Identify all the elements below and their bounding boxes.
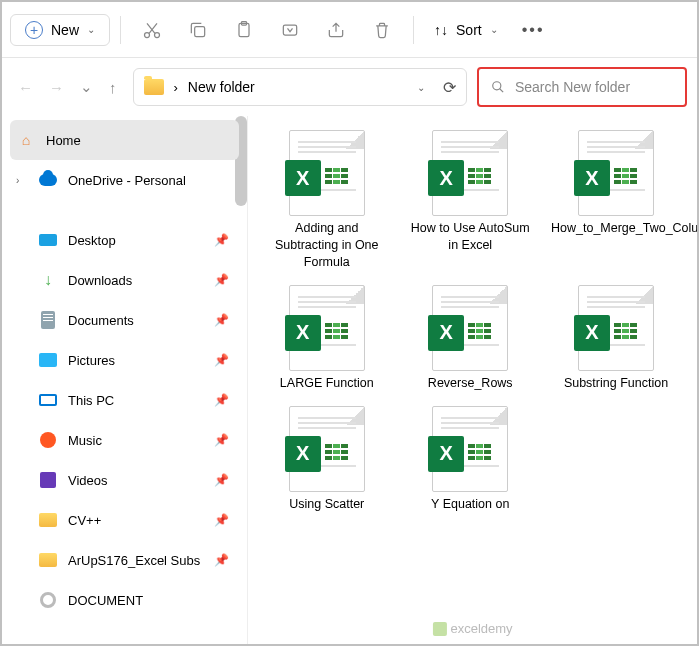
sort-label: Sort — [456, 22, 482, 38]
svg-point-0 — [145, 32, 150, 37]
file-name: Reverse_Rows — [428, 375, 513, 392]
nav-arrows: ← → ⌄ ↑ — [12, 78, 123, 96]
sidebar-item-pictures[interactable]: Pictures 📌 — [2, 340, 247, 380]
refresh-button[interactable]: ⟳ — [443, 78, 456, 97]
sidebar-item-folder[interactable]: ArUpS176_Excel Subs 📌 — [2, 540, 247, 580]
cut-button[interactable] — [131, 11, 173, 49]
recent-dropdown[interactable]: ⌄ — [80, 78, 93, 96]
delete-button[interactable] — [361, 11, 403, 49]
excel-file-icon: X — [289, 406, 365, 492]
file-item[interactable]: X Adding and Subtracting in One Formula — [260, 126, 394, 275]
file-name: How_to_Merge_Two_Columns — [551, 220, 681, 237]
file-item[interactable]: X Substring Function — [547, 281, 685, 396]
rename-button[interactable] — [269, 11, 311, 49]
pin-icon: 📌 — [214, 273, 229, 287]
address-bar[interactable]: › New folder ⌄ ⟳ — [133, 68, 468, 106]
folder-icon — [39, 553, 57, 567]
folder-icon — [144, 79, 164, 95]
excel-file-icon: X — [578, 130, 654, 216]
search-bar[interactable] — [477, 67, 687, 107]
excel-file-icon: X — [289, 130, 365, 216]
file-item[interactable]: X Using Scatter — [260, 402, 394, 517]
paste-button[interactable] — [223, 11, 265, 49]
pin-icon: 📌 — [214, 473, 229, 487]
chevron-down-icon[interactable]: ⌄ — [417, 82, 425, 93]
new-button[interactable]: + New ⌄ — [10, 14, 110, 46]
expand-icon[interactable]: › — [16, 175, 28, 186]
forward-button[interactable]: → — [49, 79, 64, 96]
navigation-row: ← → ⌄ ↑ › New folder ⌄ ⟳ — [2, 58, 697, 116]
file-item[interactable]: X Reverse_Rows — [404, 281, 538, 396]
separator — [413, 16, 414, 44]
sidebar-item-onedrive[interactable]: › OneDrive - Personal — [2, 160, 247, 200]
chevron-down-icon: ⌄ — [490, 24, 498, 35]
watermark: exceldemy — [432, 621, 512, 636]
sort-icon: ↑↓ — [434, 22, 448, 38]
disc-icon — [40, 592, 56, 608]
watermark-text: exceldemy — [450, 621, 512, 636]
share-button[interactable] — [315, 11, 357, 49]
file-name: Y Equation on — [431, 496, 509, 513]
separator — [120, 16, 121, 44]
sidebar-item-label: Pictures — [68, 353, 115, 368]
chevron-down-icon: ⌄ — [87, 24, 95, 35]
file-grid: X Adding and Subtracting in One Formula … — [248, 116, 697, 644]
pin-icon: 📌 — [214, 353, 229, 367]
file-name: Adding and Subtracting in One Formula — [264, 220, 390, 271]
address-path: New folder — [188, 79, 407, 95]
pin-icon: 📌 — [214, 313, 229, 327]
excel-file-icon: X — [432, 130, 508, 216]
videos-icon — [40, 472, 56, 488]
sidebar-item-desktop[interactable]: Desktop 📌 — [2, 220, 247, 260]
sidebar-item-document[interactable]: DOCUMENT — [2, 580, 247, 620]
sort-button[interactable]: ↑↓ Sort ⌄ — [424, 16, 508, 44]
plus-icon: + — [25, 21, 43, 39]
sidebar-item-label: CV++ — [68, 513, 101, 528]
new-button-label: New — [51, 22, 79, 38]
main-area: ⌂ Home › OneDrive - Personal Desktop 📌 ↓… — [2, 116, 697, 644]
sidebar-item-music[interactable]: Music 📌 — [2, 420, 247, 460]
svg-point-6 — [493, 82, 501, 90]
folder-icon — [39, 513, 57, 527]
sidebar-item-label: Home — [46, 133, 81, 148]
pc-icon — [39, 394, 57, 406]
pin-icon: 📌 — [214, 553, 229, 567]
sidebar-item-documents[interactable]: Documents 📌 — [2, 300, 247, 340]
file-name: How to Use AutoSum in Excel — [408, 220, 534, 254]
sidebar-item-videos[interactable]: Videos 📌 — [2, 460, 247, 500]
search-input[interactable] — [515, 79, 673, 95]
copy-button[interactable] — [177, 11, 219, 49]
pin-icon: 📌 — [214, 233, 229, 247]
sidebar-item-label: Music — [68, 433, 102, 448]
pin-icon: 📌 — [214, 393, 229, 407]
sidebar-item-folder[interactable]: CV++ 📌 — [2, 500, 247, 540]
sidebar-item-thispc[interactable]: This PC 📌 — [2, 380, 247, 420]
pin-icon: 📌 — [214, 433, 229, 447]
more-button[interactable]: ••• — [512, 15, 555, 45]
file-item[interactable]: X Y Equation on — [404, 402, 538, 517]
excel-file-icon: X — [432, 285, 508, 371]
file-item[interactable]: X LARGE Function — [260, 281, 394, 396]
toolbar: + New ⌄ ↑↓ Sort ⌄ ••• — [2, 2, 697, 58]
sidebar-item-label: Downloads — [68, 273, 132, 288]
sidebar-item-label: ArUpS176_Excel Subs — [68, 553, 200, 568]
search-icon — [491, 79, 505, 95]
downloads-icon: ↓ — [38, 270, 58, 290]
excel-file-icon: X — [289, 285, 365, 371]
home-icon: ⌂ — [16, 130, 36, 150]
file-item[interactable]: X How_to_Merge_Two_Columns — [547, 126, 685, 275]
sidebar-item-downloads[interactable]: ↓ Downloads 📌 — [2, 260, 247, 300]
svg-rect-5 — [283, 25, 296, 35]
file-name: Substring Function — [564, 375, 668, 392]
documents-icon — [41, 311, 55, 329]
path-separator: › — [174, 80, 178, 95]
sidebar-item-home[interactable]: ⌂ Home — [10, 120, 239, 160]
file-item[interactable]: X How to Use AutoSum in Excel — [404, 126, 538, 275]
watermark-icon — [432, 622, 446, 636]
sidebar-item-label: Videos — [68, 473, 108, 488]
back-button[interactable]: ← — [18, 79, 33, 96]
sidebar-item-label: OneDrive - Personal — [68, 173, 186, 188]
sidebar-item-label: This PC — [68, 393, 114, 408]
file-name: Using Scatter — [289, 496, 364, 513]
up-button[interactable]: ↑ — [109, 79, 117, 96]
